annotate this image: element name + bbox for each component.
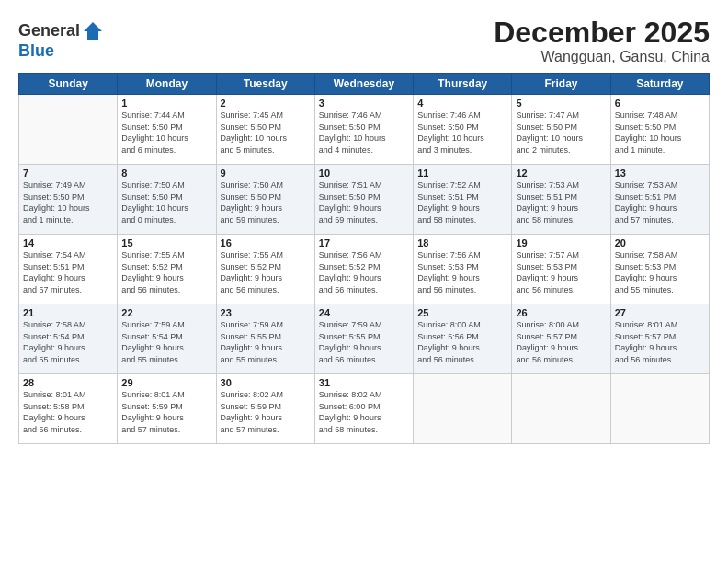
calendar-cell: 16Sunrise: 7:55 AM Sunset: 5:52 PM Dayli… [216, 235, 314, 304]
day-info: Sunrise: 7:47 AM Sunset: 5:50 PM Dayligh… [516, 109, 606, 155]
day-info: Sunrise: 7:57 AM Sunset: 5:53 PM Dayligh… [516, 249, 606, 295]
day-info: Sunrise: 7:54 AM Sunset: 5:51 PM Dayligh… [23, 249, 113, 295]
day-number: 27 [615, 307, 705, 318]
week-row-5: 28Sunrise: 8:01 AM Sunset: 5:58 PM Dayli… [19, 374, 710, 444]
weekday-header-sunday: Sunday [19, 74, 118, 95]
day-number: 6 [615, 98, 705, 109]
day-info: Sunrise: 8:01 AM Sunset: 5:59 PM Dayligh… [121, 389, 211, 435]
calendar-cell [19, 95, 118, 165]
calendar-cell: 5Sunrise: 7:47 AM Sunset: 5:50 PM Daylig… [512, 95, 610, 165]
day-number: 24 [319, 307, 409, 318]
logo-icon [82, 20, 104, 42]
day-number: 25 [417, 307, 507, 318]
header: General Blue December 2025 Wangguan, Gan… [18, 17, 710, 65]
day-info: Sunrise: 7:56 AM Sunset: 5:52 PM Dayligh… [319, 249, 409, 295]
svg-marker-0 [84, 22, 102, 40]
calendar-cell: 18Sunrise: 7:56 AM Sunset: 5:53 PM Dayli… [414, 235, 512, 304]
calendar-cell: 10Sunrise: 7:51 AM Sunset: 5:50 PM Dayli… [314, 165, 413, 235]
week-row-4: 21Sunrise: 7:58 AM Sunset: 5:54 PM Dayli… [19, 304, 710, 374]
day-number: 3 [319, 98, 409, 109]
calendar-cell: 13Sunrise: 7:53 AM Sunset: 5:51 PM Dayli… [610, 165, 709, 235]
day-number: 11 [417, 167, 507, 178]
day-number: 19 [516, 237, 606, 248]
day-number: 9 [221, 167, 311, 178]
day-number: 16 [221, 237, 311, 248]
page: General Blue December 2025 Wangguan, Gan… [0, 0, 728, 563]
day-number: 1 [121, 98, 211, 109]
month-title: December 2025 [494, 17, 710, 49]
day-info: Sunrise: 7:52 AM Sunset: 5:51 PM Dayligh… [417, 179, 507, 225]
day-info: Sunrise: 7:55 AM Sunset: 5:52 PM Dayligh… [221, 249, 311, 295]
day-info: Sunrise: 8:01 AM Sunset: 5:57 PM Dayligh… [615, 319, 705, 365]
day-info: Sunrise: 8:00 AM Sunset: 5:56 PM Dayligh… [417, 319, 507, 365]
calendar-cell [610, 374, 709, 444]
day-info: Sunrise: 8:00 AM Sunset: 5:57 PM Dayligh… [516, 319, 606, 365]
calendar-cell: 29Sunrise: 8:01 AM Sunset: 5:59 PM Dayli… [118, 374, 216, 444]
day-number: 29 [121, 377, 211, 388]
calendar-cell: 25Sunrise: 8:00 AM Sunset: 5:56 PM Dayli… [414, 304, 512, 374]
calendar-cell: 21Sunrise: 7:58 AM Sunset: 5:54 PM Dayli… [19, 304, 118, 374]
week-row-1: 1Sunrise: 7:44 AM Sunset: 5:50 PM Daylig… [19, 95, 710, 165]
logo-general-text: General [18, 22, 80, 40]
day-info: Sunrise: 7:49 AM Sunset: 5:50 PM Dayligh… [23, 179, 113, 225]
calendar-cell: 1Sunrise: 7:44 AM Sunset: 5:50 PM Daylig… [118, 95, 216, 165]
calendar-cell: 31Sunrise: 8:02 AM Sunset: 6:00 PM Dayli… [314, 374, 413, 444]
calendar-cell: 24Sunrise: 7:59 AM Sunset: 5:55 PM Dayli… [314, 304, 413, 374]
day-number: 28 [23, 377, 113, 388]
calendar-cell: 11Sunrise: 7:52 AM Sunset: 5:51 PM Dayli… [414, 165, 512, 235]
day-info: Sunrise: 7:45 AM Sunset: 5:50 PM Dayligh… [221, 109, 311, 155]
weekday-header-wednesday: Wednesday [314, 74, 413, 95]
day-number: 20 [615, 237, 705, 248]
day-info: Sunrise: 7:59 AM Sunset: 5:55 PM Dayligh… [319, 319, 409, 365]
calendar-cell: 14Sunrise: 7:54 AM Sunset: 5:51 PM Dayli… [19, 235, 118, 304]
calendar-cell [414, 374, 512, 444]
day-number: 4 [417, 98, 507, 109]
day-number: 5 [516, 98, 606, 109]
day-info: Sunrise: 7:53 AM Sunset: 5:51 PM Dayligh… [615, 179, 705, 225]
day-number: 26 [516, 307, 606, 318]
day-number: 30 [221, 377, 311, 388]
day-number: 13 [615, 167, 705, 178]
calendar-cell: 6Sunrise: 7:48 AM Sunset: 5:50 PM Daylig… [610, 95, 709, 165]
day-number: 12 [516, 167, 606, 178]
weekday-header-thursday: Thursday [414, 74, 512, 95]
calendar-cell: 8Sunrise: 7:50 AM Sunset: 5:50 PM Daylig… [118, 165, 216, 235]
day-number: 7 [23, 167, 113, 178]
day-number: 10 [319, 167, 409, 178]
calendar-cell: 23Sunrise: 7:59 AM Sunset: 5:55 PM Dayli… [216, 304, 314, 374]
day-info: Sunrise: 7:58 AM Sunset: 5:53 PM Dayligh… [615, 249, 705, 295]
day-number: 23 [221, 307, 311, 318]
day-number: 31 [319, 377, 409, 388]
day-info: Sunrise: 8:02 AM Sunset: 5:59 PM Dayligh… [221, 389, 311, 435]
calendar-cell: 27Sunrise: 8:01 AM Sunset: 5:57 PM Dayli… [610, 304, 709, 374]
day-info: Sunrise: 7:44 AM Sunset: 5:50 PM Dayligh… [121, 109, 211, 155]
calendar-cell: 20Sunrise: 7:58 AM Sunset: 5:53 PM Dayli… [610, 235, 709, 304]
day-info: Sunrise: 7:59 AM Sunset: 5:54 PM Dayligh… [121, 319, 211, 365]
day-info: Sunrise: 7:56 AM Sunset: 5:53 PM Dayligh… [417, 249, 507, 295]
day-info: Sunrise: 7:55 AM Sunset: 5:52 PM Dayligh… [121, 249, 211, 295]
calendar-cell: 4Sunrise: 7:46 AM Sunset: 5:50 PM Daylig… [414, 95, 512, 165]
calendar-cell: 30Sunrise: 8:02 AM Sunset: 5:59 PM Dayli… [216, 374, 314, 444]
day-info: Sunrise: 7:51 AM Sunset: 5:50 PM Dayligh… [319, 179, 409, 225]
day-info: Sunrise: 7:50 AM Sunset: 5:50 PM Dayligh… [121, 179, 211, 225]
calendar-cell: 2Sunrise: 7:45 AM Sunset: 5:50 PM Daylig… [216, 95, 314, 165]
day-info: Sunrise: 7:58 AM Sunset: 5:54 PM Dayligh… [23, 319, 113, 365]
day-info: Sunrise: 7:48 AM Sunset: 5:50 PM Dayligh… [615, 109, 705, 155]
day-number: 22 [121, 307, 211, 318]
calendar-cell [512, 374, 610, 444]
day-info: Sunrise: 7:59 AM Sunset: 5:55 PM Dayligh… [221, 319, 311, 365]
day-info: Sunrise: 7:46 AM Sunset: 5:50 PM Dayligh… [319, 109, 409, 155]
day-number: 18 [417, 237, 507, 248]
calendar-cell: 12Sunrise: 7:53 AM Sunset: 5:51 PM Dayli… [512, 165, 610, 235]
title-block: December 2025 Wangguan, Gansu, China [494, 17, 710, 65]
location: Wangguan, Gansu, China [494, 49, 710, 65]
week-row-2: 7Sunrise: 7:49 AM Sunset: 5:50 PM Daylig… [19, 165, 710, 235]
calendar: SundayMondayTuesdayWednesdayThursdayFrid… [18, 73, 710, 444]
calendar-cell: 17Sunrise: 7:56 AM Sunset: 5:52 PM Dayli… [314, 235, 413, 304]
day-info: Sunrise: 7:50 AM Sunset: 5:50 PM Dayligh… [221, 179, 311, 225]
day-number: 14 [23, 237, 113, 248]
calendar-cell: 3Sunrise: 7:46 AM Sunset: 5:50 PM Daylig… [314, 95, 413, 165]
weekday-header-monday: Monday [118, 74, 216, 95]
calendar-cell: 19Sunrise: 7:57 AM Sunset: 5:53 PM Dayli… [512, 235, 610, 304]
day-info: Sunrise: 8:02 AM Sunset: 6:00 PM Dayligh… [319, 389, 409, 435]
